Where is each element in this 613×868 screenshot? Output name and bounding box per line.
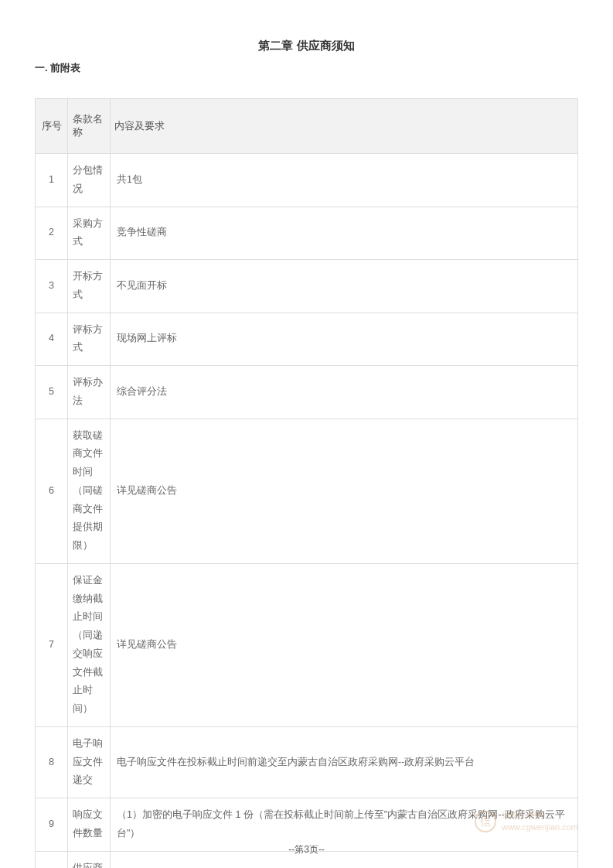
cell-index: 2 [36,207,68,260]
cell-index: 3 [36,260,68,313]
watermark-url: www.cgwenjian.com [502,822,578,832]
table-row: 4 评标方式 现场网上评标 [36,313,578,366]
table-row: 1 分包情况 共1包 [36,154,578,207]
cell-content: 竞争性磋商 [111,207,578,260]
watermark-logo-icon: 信 [475,811,496,832]
header-content: 内容及要求 [111,99,578,154]
cell-index: 7 [36,563,68,726]
page-footer: --第3页-- [0,843,613,856]
cell-index: 5 [36,366,68,419]
header-index: 序号 [36,99,68,154]
cell-clause: 评标方式 [68,313,111,366]
preface-table: 序号 条款名称 内容及要求 1 分包情况 共1包 2 采购方式 竞争性磋商 3 … [35,98,578,868]
cell-index: 6 [36,419,68,563]
cell-content: 不见面开标 [111,260,578,313]
cell-content: 共1包 [111,154,578,207]
cell-clause: 分包情况 [68,154,111,207]
section-title: 一. 前附表 [35,61,578,75]
table-row: 5 评标办法 综合评分法 [36,366,578,419]
cell-clause: 保证金缴纳截止时间（同递交响应文件截止时间） [68,563,111,726]
cell-content: 详见磋商公告 [111,419,578,563]
table-row: 8 电子响应文件递交 电子响应文件在投标截止时间前递交至内蒙古自治区政府采购网-… [36,726,578,798]
cell-clause: 采购方式 [68,207,111,260]
watermark: 信 采购文件网 www.cgwenjian.com [475,809,578,833]
cell-clause: 获取磋商文件时间（同磋商文件提供期限） [68,419,111,563]
watermark-title: 采购文件网 [502,810,544,819]
cell-content: 电子响应文件在投标截止时间前递交至内蒙古自治区政府采购网--政府采购云平台 [111,726,578,798]
cell-clause: 评标办法 [68,366,111,419]
table-row: 3 开标方式 不见面开标 [36,260,578,313]
header-clause: 条款名称 [68,99,111,154]
cell-clause: 开标方式 [68,260,111,313]
cell-index: 8 [36,726,68,798]
cell-index: 4 [36,313,68,366]
cell-index: 1 [36,154,68,207]
chapter-title: 第二章 供应商须知 [35,39,578,53]
cell-content: 详见磋商公告 [111,563,578,726]
cell-clause: 电子响应文件递交 [68,726,111,798]
cell-content: 现场网上评标 [111,313,578,366]
table-row: 6 获取磋商文件时间（同磋商文件提供期限） 详见磋商公告 [36,419,578,563]
cell-content: 综合评分法 [111,366,578,419]
table-row: 7 保证金缴纳截止时间（同递交响应文件截止时间） 详见磋商公告 [36,563,578,726]
table-row: 2 采购方式 竞争性磋商 [36,207,578,260]
